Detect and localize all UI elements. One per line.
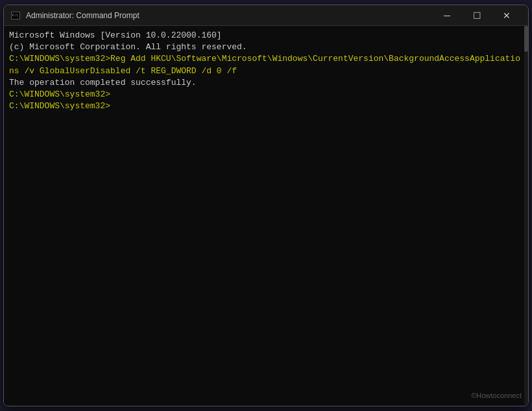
terminal-line: C:\WINDOWS\system32> bbox=[9, 100, 523, 112]
minimize-button[interactable]: ─ bbox=[432, 5, 462, 26]
maximize-button[interactable]: ☐ bbox=[462, 5, 492, 26]
terminal-line: C:\WINDOWS\system32>Reg Add HKCU\Softwar… bbox=[9, 53, 523, 76]
watermark: ©Howtoconnect bbox=[471, 391, 522, 401]
terminal-line: The operation completed successfully. bbox=[9, 77, 523, 89]
terminal-line: Microsoft Windows [Version 10.0.22000.16… bbox=[9, 30, 523, 41]
cmd-window: Administrator: Command Prompt ─ ☐ ✕ Micr… bbox=[3, 5, 529, 406]
titlebar: Administrator: Command Prompt ─ ☐ ✕ bbox=[4, 5, 528, 26]
terminal-body[interactable]: Microsoft Windows [Version 10.0.22000.16… bbox=[4, 26, 528, 406]
terminal-line: C:\WINDOWS\system32> bbox=[9, 89, 523, 100]
terminal-line: (c) Microsoft Corporation. All rights re… bbox=[9, 41, 523, 53]
close-button[interactable]: ✕ bbox=[492, 5, 522, 26]
window-title: Administrator: Command Prompt bbox=[26, 11, 432, 20]
scrollbar-thumb[interactable] bbox=[524, 26, 528, 52]
window-controls: ─ ☐ ✕ bbox=[432, 5, 522, 26]
cmd-icon bbox=[10, 10, 21, 21]
scrollbar[interactable] bbox=[524, 26, 528, 406]
